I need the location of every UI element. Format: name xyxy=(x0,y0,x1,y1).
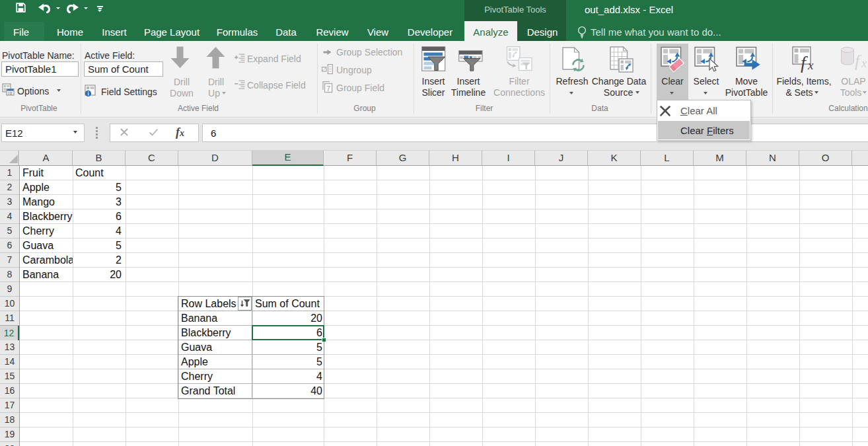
svg-text:x: x xyxy=(807,58,814,72)
svg-text:7: 7 xyxy=(326,85,330,93)
svg-text:x: x xyxy=(861,57,867,70)
